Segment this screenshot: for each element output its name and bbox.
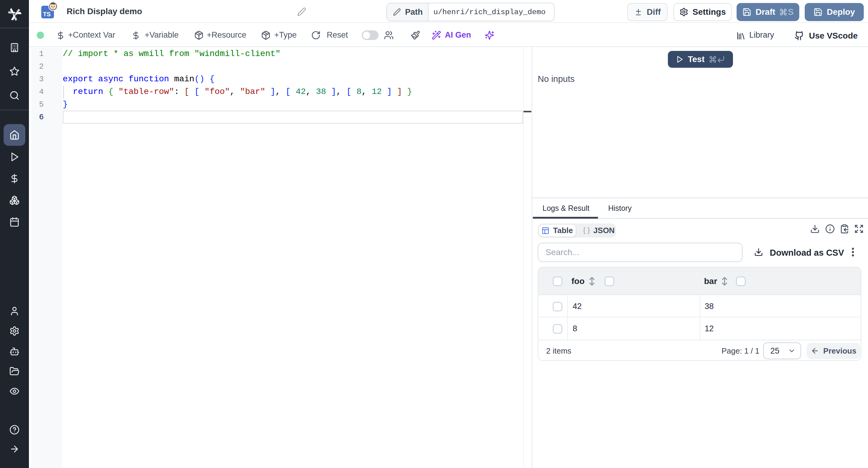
svg-text:TS: TS: [43, 11, 51, 18]
